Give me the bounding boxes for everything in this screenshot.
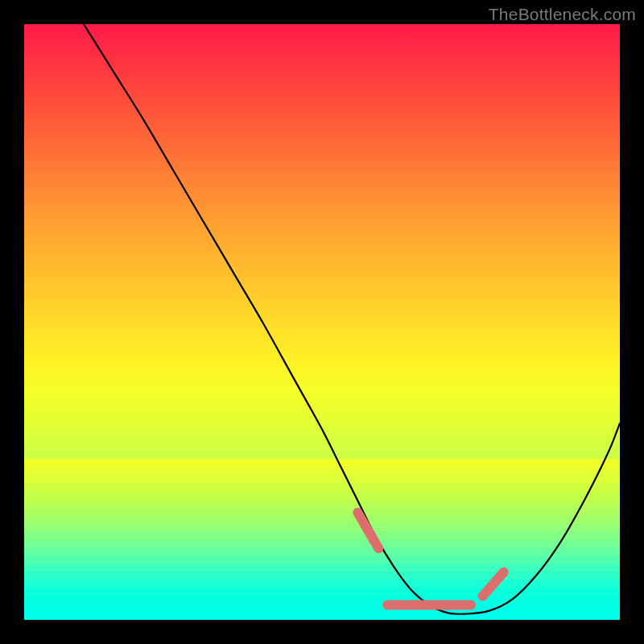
curve-layer [24, 24, 620, 620]
watermark-text: TheBottleneck.com [489, 5, 636, 24]
highlight-segments [357, 513, 503, 605]
bottleneck-curve [84, 24, 620, 614]
chart-frame: TheBottleneck.com [0, 0, 644, 644]
plot-area [24, 24, 620, 620]
